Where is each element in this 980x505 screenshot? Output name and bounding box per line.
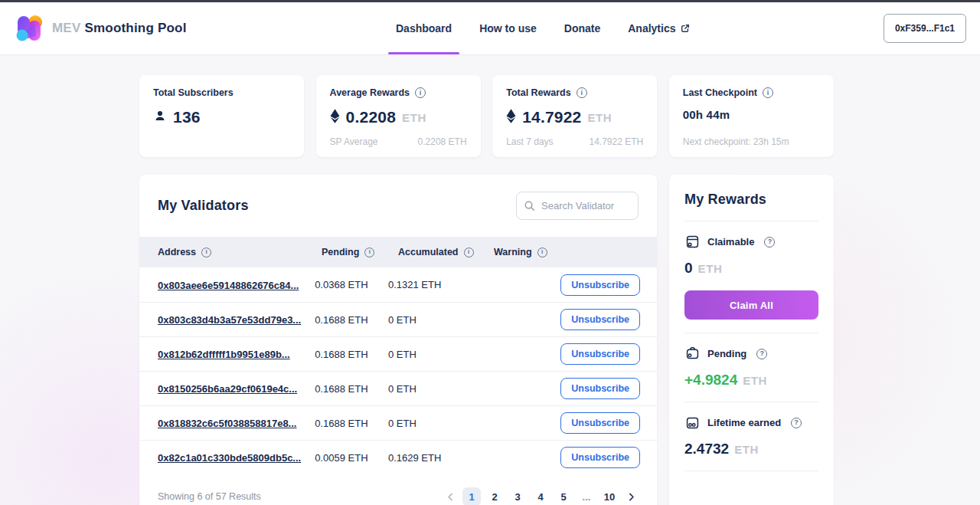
rewards-title: My Rewards [684, 192, 818, 208]
info-icon[interactable]: i [537, 248, 547, 257]
app-header: MEVSmoothing Pool Dashboard How to use D… [0, 2, 980, 55]
chevron-left-icon[interactable] [443, 487, 458, 505]
divider [684, 221, 818, 221]
validator-address-link[interactable]: 0x803c83d4b3a57e53dd79e3... [158, 314, 301, 326]
nav-donate[interactable]: Donate [564, 2, 600, 54]
accumulated-value: 0.1629 ETH [388, 452, 480, 464]
claimable-row: Claimable ? [684, 234, 818, 249]
pending-value: 0.1688 ETH [315, 314, 388, 326]
help-icon[interactable]: ? [756, 349, 767, 359]
validator-address-link[interactable]: 0x812b62dfffff1b9951e89b... [158, 349, 290, 360]
page-button-2[interactable]: 2 [485, 487, 504, 505]
pending-value: 0.1688 ETH [315, 349, 388, 360]
page-button-1[interactable]: 1 [462, 487, 481, 505]
lifetime-earned-unit: ETH [734, 443, 759, 456]
validator-address-link[interactable]: 0x818832c6c5f038858817e8... [158, 418, 296, 429]
nav-how-to-use[interactable]: How to use [479, 2, 537, 54]
unsubscribe-button[interactable]: Unsubscribe [560, 412, 640, 434]
claimable-unit: ETH [698, 262, 723, 275]
person-icon [153, 109, 167, 126]
stat-title-text: Total Rewards [506, 87, 571, 98]
page-button-4[interactable]: 4 [531, 487, 550, 505]
nav-dashboard-label: Dashboard [396, 22, 452, 34]
info-icon[interactable]: i [464, 248, 474, 257]
validator-address-link[interactable]: 0x8150256b6aa29cf0619e4c... [158, 383, 297, 395]
info-icon[interactable]: i [415, 87, 426, 98]
nav-donate-label: Donate [564, 22, 600, 34]
lifetime-earned-row: Lifetime earned ? [684, 415, 818, 430]
unsubscribe-button[interactable]: Unsubscribe [560, 343, 640, 365]
results-count-text: Showing 6 of 57 Results [158, 491, 261, 502]
search-icon [524, 200, 535, 212]
accumulated-value: 0 ETH [388, 349, 480, 360]
stat-title-text: Last Checkpoint [683, 87, 757, 98]
stat-card-total-subscribers: Total Subscribers 136 [139, 75, 304, 157]
pagination-ellipsis: ... [577, 487, 596, 505]
my-validators-card: My Validators Address i Pending [139, 175, 657, 505]
accumulated-value: 0.1321 ETH [388, 279, 480, 290]
stat-value: 00h 44m [683, 108, 730, 121]
stat-footer: SP Average 0.2208 ETH [330, 136, 467, 147]
pending-unit: ETH [743, 374, 767, 387]
page-button-10[interactable]: 10 [600, 487, 619, 505]
brand[interactable]: MEVSmoothing Pool [14, 13, 187, 44]
unsubscribe-button[interactable]: Unsubscribe [560, 274, 640, 296]
claimable-label: Claimable [707, 236, 754, 248]
table-row: 0x803c83d4b3a57e53dd79e3... 0.1688 ETH 0… [139, 302, 657, 336]
piggy-bank-icon [684, 346, 701, 361]
info-icon[interactable]: i [763, 87, 773, 98]
page-content: Total Subscribers 136 Average Rewards i [139, 75, 834, 505]
unsubscribe-button[interactable]: Unsubscribe [560, 309, 640, 330]
page-button-5[interactable]: 5 [554, 487, 573, 505]
accumulated-value: 0 ETH [388, 418, 480, 429]
column-label: Address [158, 247, 196, 257]
help-icon[interactable]: ? [791, 418, 802, 428]
chevron-right-icon[interactable] [623, 487, 639, 505]
claim-all-button[interactable]: Claim All [684, 290, 818, 320]
table-row: 0x812b62dfffff1b9951e89b... 0.1688 ETH 0… [139, 336, 657, 371]
pending-value: 0.1688 ETH [315, 383, 388, 395]
stat-footer-value: 14.7922 ETH [589, 136, 643, 147]
validators-table: Address i Pending i Accumulated i Warnin… [139, 237, 657, 474]
page-button-3[interactable]: 3 [508, 487, 527, 505]
nav-analytics-label: Analytics [628, 22, 675, 34]
info-icon[interactable]: i [577, 87, 587, 98]
validator-address-link[interactable]: 0x82c1a01c330bde5809db5c... [158, 452, 301, 464]
coin-purse-icon [684, 415, 701, 430]
nav-analytics[interactable]: Analytics [628, 2, 689, 54]
my-rewards-card: My Rewards Claimable ? 0 ETH Claim All [669, 175, 834, 505]
table-header-row: Address i Pending i Accumulated i Warnin… [139, 237, 657, 267]
unsubscribe-button[interactable]: Unsubscribe [560, 447, 640, 468]
stats-row: Total Subscribers 136 Average Rewards i [139, 75, 834, 157]
brand-title: MEVSmoothing Pool [52, 21, 187, 36]
info-icon[interactable]: i [201, 248, 211, 257]
stat-card-average-rewards: Average Rewards i 0.2208 ETH SP Average … [316, 75, 481, 157]
brand-prefix: MEV [52, 21, 80, 35]
stat-value: 136 [173, 108, 201, 126]
main-nav: Dashboard How to use Donate Analytics [396, 2, 690, 54]
help-icon[interactable]: ? [764, 237, 775, 248]
unsubscribe-button[interactable]: Unsubscribe [560, 378, 640, 399]
stat-footer-label: Last 7 days [506, 136, 553, 147]
info-icon[interactable]: i [364, 248, 374, 257]
stat-title-text: Total Subscribers [153, 87, 234, 98]
stat-title: Average Rewards i [330, 87, 467, 98]
table-row: 0x82c1a01c330bde5809db5c... 0.0059 ETH 0… [139, 440, 657, 474]
pending-label: Pending [707, 348, 746, 359]
pending-row: Pending ? [684, 346, 818, 361]
pagination: 1 2 3 4 5 ... 10 [443, 487, 639, 505]
stat-title: Last Checkpoint i [683, 87, 820, 98]
pending-value: 0.0368 ETH [315, 279, 388, 290]
stat-value: 0.2208 [346, 108, 396, 126]
brand-name: Smoothing Pool [84, 21, 186, 35]
accumulated-value: 0 ETH [388, 314, 480, 326]
table-row: 0x803aee6e59148862676c84... 0.0368 ETH 0… [139, 267, 657, 302]
nav-dashboard[interactable]: Dashboard [396, 2, 452, 54]
nav-how-to-use-label: How to use [479, 22, 537, 34]
wallet-icon [684, 234, 701, 249]
stat-title-text: Average Rewards [330, 87, 410, 98]
divider [684, 333, 818, 333]
validator-address-link[interactable]: 0x803aee6e59148862676c84... [158, 280, 299, 291]
wallet-address-button[interactable]: 0xF359...F1c1 [884, 14, 966, 43]
stat-footer: Next checkpoint: 23h 15m [683, 136, 820, 147]
